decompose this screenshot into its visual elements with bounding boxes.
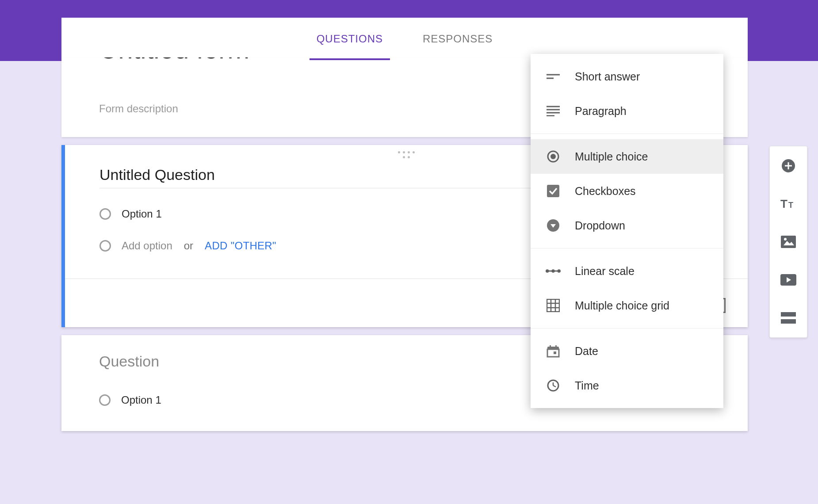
calendar-icon bbox=[546, 344, 561, 359]
svg-text:T: T bbox=[780, 197, 787, 210]
svg-rect-14 bbox=[547, 299, 559, 312]
svg-rect-33 bbox=[781, 236, 796, 248]
svg-rect-20 bbox=[547, 349, 559, 357]
menu-item-time[interactable]: Time bbox=[531, 368, 723, 403]
grid-icon bbox=[546, 298, 561, 313]
svg-point-13 bbox=[557, 269, 561, 273]
linear-scale-icon bbox=[546, 263, 561, 279]
side-toolbar: TT bbox=[769, 146, 807, 338]
add-section-icon[interactable] bbox=[780, 309, 797, 327]
drag-handle-icon[interactable] bbox=[398, 145, 415, 158]
menu-item-dropdown[interactable]: Dropdown bbox=[531, 208, 723, 243]
menu-label: Short answer bbox=[575, 70, 640, 83]
radio-icon bbox=[99, 240, 111, 252]
menu-item-multiple-choice[interactable]: Multiple choice bbox=[531, 139, 723, 174]
tab-responses[interactable]: RESPONSES bbox=[423, 18, 493, 60]
clock-icon bbox=[546, 378, 561, 393]
radio-selected-icon bbox=[546, 149, 561, 164]
checkbox-icon bbox=[546, 183, 561, 199]
radio-icon bbox=[99, 394, 111, 406]
short-answer-icon bbox=[546, 69, 561, 84]
menu-label: Checkboxes bbox=[575, 185, 636, 198]
svg-line-27 bbox=[553, 386, 556, 387]
svg-point-35 bbox=[784, 238, 787, 241]
option-label: Option 1 bbox=[121, 394, 161, 406]
menu-item-mc-grid[interactable]: Multiple choice grid bbox=[531, 288, 723, 323]
add-image-icon[interactable] bbox=[780, 233, 797, 251]
radio-icon bbox=[99, 208, 111, 220]
menu-label: Dropdown bbox=[575, 219, 625, 232]
svg-rect-24 bbox=[555, 345, 557, 348]
svg-point-7 bbox=[550, 154, 556, 159]
svg-text:T: T bbox=[788, 201, 793, 210]
dropdown-icon bbox=[546, 218, 561, 233]
question-type-menu: Short answer Paragraph Multiple choice C… bbox=[531, 54, 723, 408]
menu-item-paragraph[interactable]: Paragraph bbox=[531, 94, 723, 128]
menu-label: Paragraph bbox=[575, 105, 627, 118]
svg-point-11 bbox=[546, 269, 549, 273]
menu-item-date[interactable]: Date bbox=[531, 334, 723, 368]
add-video-icon[interactable] bbox=[780, 271, 797, 289]
svg-point-12 bbox=[551, 269, 555, 273]
menu-item-short-answer[interactable]: Short answer bbox=[531, 59, 723, 94]
option-label[interactable]: Option 1 bbox=[122, 208, 162, 220]
menu-label: Multiple choice bbox=[575, 150, 648, 163]
paragraph-icon bbox=[546, 103, 561, 118]
menu-label: Linear scale bbox=[575, 265, 635, 278]
svg-rect-22 bbox=[554, 351, 556, 354]
menu-label: Date bbox=[575, 345, 598, 358]
add-other-button[interactable]: ADD "OTHER" bbox=[205, 240, 276, 252]
svg-rect-8 bbox=[547, 185, 559, 197]
or-text: or bbox=[184, 240, 193, 252]
menu-item-checkboxes[interactable]: Checkboxes bbox=[531, 174, 723, 208]
menu-label: Time bbox=[575, 379, 599, 392]
add-option-button[interactable]: Add option bbox=[122, 240, 172, 252]
svg-rect-23 bbox=[550, 345, 551, 348]
tab-questions[interactable]: QUESTIONS bbox=[317, 18, 383, 60]
svg-rect-38 bbox=[781, 312, 796, 317]
add-title-icon[interactable]: TT bbox=[780, 195, 797, 213]
add-question-icon[interactable] bbox=[780, 157, 797, 175]
menu-label: Multiple choice grid bbox=[575, 299, 669, 312]
menu-item-linear-scale[interactable]: Linear scale bbox=[531, 254, 723, 288]
svg-rect-39 bbox=[781, 319, 796, 324]
